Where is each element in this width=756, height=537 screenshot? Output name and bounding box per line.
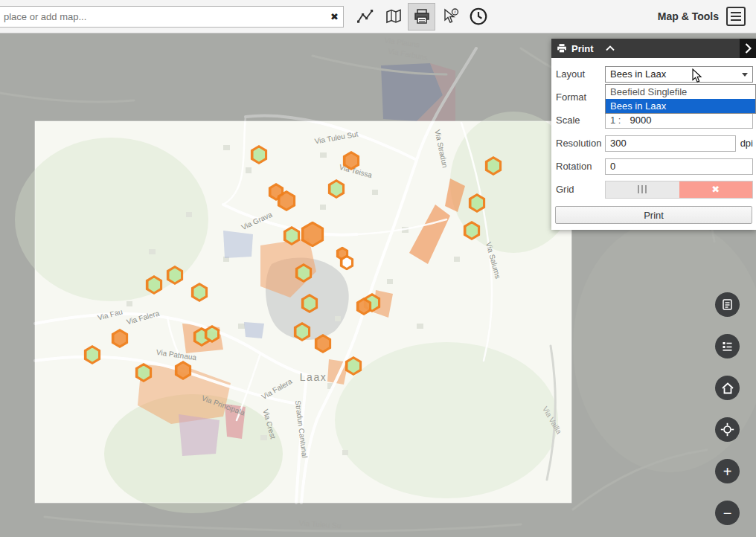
plus-icon: + <box>723 464 732 479</box>
resolution-value: 300 <box>610 138 627 149</box>
collapse-panel-button[interactable] <box>606 45 615 51</box>
toolbar: i <box>351 3 492 30</box>
scale-label: Scale <box>556 115 605 126</box>
locate-button[interactable] <box>715 417 740 442</box>
dropdown-option-selected[interactable]: Bees in Laax <box>606 99 755 113</box>
time-tool-button[interactable] <box>464 3 492 30</box>
print-panel-header[interactable]: Print <box>551 39 756 58</box>
bee-hex-marker[interactable] <box>191 283 208 302</box>
zoom-in-button[interactable]: + <box>715 459 740 483</box>
grid-toggle-grip <box>606 181 679 198</box>
bee-hex-marker[interactable] <box>345 356 362 376</box>
layout-row: Layout Bees in Laax <box>551 62 756 86</box>
grid-toggle-off: ✖ <box>679 181 753 198</box>
hamburger-icon <box>731 12 741 13</box>
crosshair-icon <box>720 422 734 437</box>
measure-tool-button[interactable] <box>351 3 379 30</box>
resolution-unit: dpi <box>740 138 753 149</box>
topbar: ✖ <box>0 0 756 33</box>
menu-button[interactable] <box>726 7 746 26</box>
clear-search-icon[interactable]: ✖ <box>330 10 339 23</box>
bee-hex-marker[interactable] <box>278 190 296 211</box>
format-label: Format <box>556 91 605 103</box>
bee-hex-marker[interactable] <box>328 179 345 199</box>
bee-hex-marker[interactable] <box>469 193 486 213</box>
map-tools-label: Map & Tools <box>658 10 719 22</box>
scale-prefix: 1 : <box>610 115 621 126</box>
print-panel: Print Layout Bees in Laax Format <box>551 39 756 230</box>
resolution-input[interactable]: 300 <box>605 135 736 152</box>
layers-button[interactable] <box>715 292 740 317</box>
scale-input[interactable]: 1 : 9000 <box>605 112 753 129</box>
layout-dropdown: Beefield Singlefile Bees in Laax <box>605 84 756 114</box>
printer-icon <box>557 43 567 54</box>
layout-label: Layout <box>556 68 605 80</box>
zoom-out-button[interactable]: − <box>715 501 740 525</box>
home-button[interactable] <box>715 376 740 400</box>
home-icon <box>721 382 734 395</box>
grid-toggle[interactable]: ✖ <box>605 181 753 199</box>
chevron-up-icon <box>606 45 615 51</box>
place-label: Laax <box>300 371 327 383</box>
x-icon: ✖ <box>711 184 720 195</box>
searchbox: ✖ <box>0 6 344 28</box>
dropdown-option[interactable]: Beefield Singlefile <box>606 85 755 99</box>
rotation-input[interactable]: 0 <box>605 158 753 175</box>
bee-hex-marker[interactable] <box>294 322 311 341</box>
panel-expand-button[interactable] <box>740 39 756 58</box>
bee-hex-marker[interactable] <box>251 145 268 164</box>
legend-icon <box>721 340 734 353</box>
print-panel-title: Print <box>571 43 594 54</box>
bee-hex-marker[interactable] <box>301 222 324 248</box>
resolution-label: Resolution <box>556 138 605 149</box>
bee-hex-marker[interactable] <box>356 298 372 315</box>
print-button[interactable]: Print <box>555 206 752 224</box>
scale-value: 9000 <box>630 115 651 126</box>
map-controls: + − <box>715 292 740 525</box>
resolution-row: Resolution 300 dpi <box>551 132 756 155</box>
grid-label: Grid <box>556 184 605 195</box>
rotation-row: Rotation 0 <box>551 155 756 178</box>
themes-tool-button[interactable] <box>379 3 407 30</box>
bee-hex-marker[interactable] <box>146 275 163 295</box>
identify-cursor-icon: i <box>441 7 459 25</box>
map-icon <box>385 7 403 25</box>
rotation-value: 0 <box>610 161 615 172</box>
chevron-down-icon <box>742 73 748 77</box>
clock-icon <box>469 7 488 26</box>
print-tool-button[interactable] <box>408 3 435 30</box>
bee-hex-marker[interactable] <box>301 294 318 313</box>
bee-hex-marker[interactable] <box>295 263 313 283</box>
search-input[interactable] <box>0 6 344 28</box>
height-profile-icon <box>356 7 374 25</box>
minus-icon: − <box>723 506 732 521</box>
bee-hex-marker[interactable] <box>167 266 184 285</box>
chevron-right-icon <box>745 43 752 54</box>
identify-tool-button[interactable]: i <box>436 3 464 30</box>
bee-hex-marker[interactable] <box>112 329 129 348</box>
layers-icon <box>721 298 734 311</box>
layout-select-value: Bees in Laax <box>610 68 666 80</box>
bee-hex-marker[interactable] <box>340 255 354 271</box>
bee-hex-marker[interactable] <box>175 361 192 380</box>
bee-hex-marker[interactable] <box>84 345 101 364</box>
bee-hex-marker[interactable] <box>464 221 481 240</box>
legend-button[interactable] <box>715 334 740 358</box>
bee-hex-marker[interactable] <box>284 226 301 245</box>
printer-icon <box>413 7 431 25</box>
bee-hex-marker[interactable] <box>315 334 332 353</box>
bee-hex-marker[interactable] <box>135 363 153 382</box>
grid-row: Grid ✖ <box>551 178 756 201</box>
svg-text:i: i <box>454 9 455 15</box>
bee-hex-marker[interactable] <box>343 151 360 170</box>
bee-hex-marker[interactable] <box>485 156 502 176</box>
layout-select[interactable]: Bees in Laax <box>605 66 753 83</box>
topbar-right: Map & Tools <box>658 7 756 26</box>
rotation-label: Rotation <box>556 161 605 172</box>
bee-hex-marker[interactable] <box>205 325 220 343</box>
